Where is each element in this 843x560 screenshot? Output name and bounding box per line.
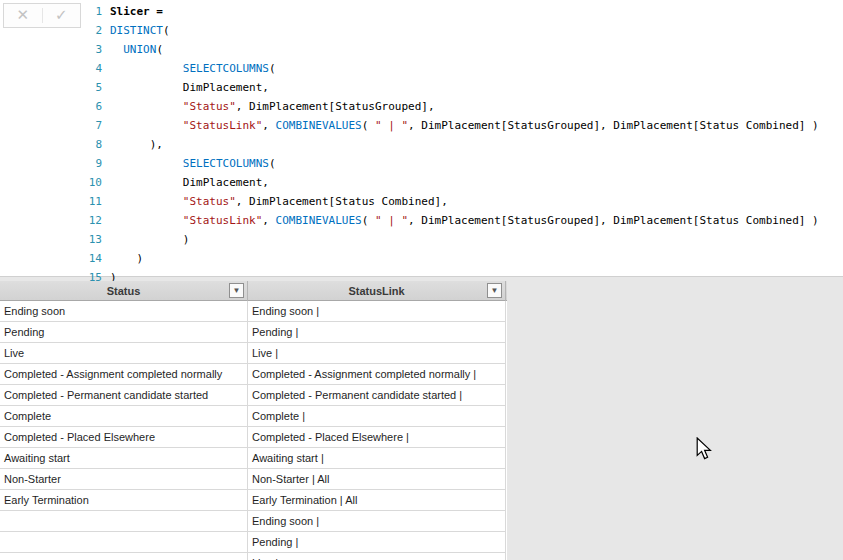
code-line[interactable]: 11 "Status", DimPlacement[Status Combine… — [56, 192, 843, 211]
mouse-cursor — [696, 437, 714, 463]
column-header-label: StatusLink — [348, 285, 404, 297]
statuslink-cell: Live | — [248, 553, 506, 560]
line-number: 7 — [56, 116, 102, 135]
line-content: SELECTCOLUMNS( — [110, 59, 843, 78]
code-segment: , DimPlacement[StatusGrouped], — [236, 100, 435, 113]
status-cell — [0, 553, 248, 560]
line-number: 9 — [56, 154, 102, 173]
table-row[interactable]: Non-Starter Non-Starter | All — [0, 469, 507, 490]
cancel-formula-button[interactable]: ✕ — [4, 4, 42, 27]
code-line[interactable]: 1 Slicer = — [56, 2, 843, 21]
status-cell: Awaiting start — [0, 448, 248, 469]
line-number: 2 — [56, 21, 102, 40]
statuslink-cell: Non-Starter | All — [248, 469, 506, 490]
status-cell: Early Termination — [0, 490, 248, 511]
code-segment: SELECTCOLUMNS — [183, 157, 269, 170]
code-line[interactable]: 3 UNION( — [56, 40, 843, 59]
filter-dropdown-icon: ▼ — [491, 286, 499, 295]
table-row[interactable]: Awaiting start Awaiting start | — [0, 448, 507, 469]
status-cell: Complete — [0, 406, 248, 427]
code-line[interactable]: 10 DimPlacement, — [56, 173, 843, 192]
code-lines[interactable]: 1 Slicer = 2 DISTINCT( 3 UNION( 4 SELECT… — [56, 2, 843, 287]
statuslink-cell: Pending | — [248, 322, 506, 343]
code-segment: "StatusLink" — [183, 214, 262, 227]
code-segment: ( — [362, 119, 375, 132]
code-segment: COMBINEVALUES — [276, 214, 362, 227]
statuslink-cell: Ending soon | — [248, 511, 506, 532]
code-segment: " | " — [375, 214, 408, 227]
code-segment: COMBINEVALUES — [276, 119, 362, 132]
code-segment: " | " — [375, 119, 408, 132]
status-cell: Completed - Assignment completed normall… — [0, 364, 248, 385]
line-content: "StatusLink", COMBINEVALUES( " | ", DimP… — [110, 211, 843, 230]
code-segment: ( — [163, 24, 170, 37]
line-number: 13 — [56, 230, 102, 249]
code-segment — [110, 100, 183, 113]
code-segment: ( — [269, 157, 276, 170]
code-line[interactable]: 2 DISTINCT( — [56, 21, 843, 40]
statuslink-cell: Completed - Permanent candidate started … — [248, 385, 506, 406]
statuslink-cell: Completed - Placed Elsewhere | — [248, 427, 506, 448]
line-content: DimPlacement, — [110, 78, 843, 97]
code-segment: DISTINCT — [110, 24, 163, 37]
code-segment: , — [262, 214, 275, 227]
status-cell — [0, 511, 248, 532]
code-segment: ( — [269, 62, 276, 75]
line-content: ), — [110, 135, 843, 154]
line-content: "StatusLink", COMBINEVALUES( " | ", DimP… — [110, 116, 843, 135]
table-row[interactable]: Ending soon Ending soon | — [0, 301, 507, 322]
code-line[interactable]: 9 SELECTCOLUMNS( — [56, 154, 843, 173]
table-row[interactable]: Live Live | — [0, 343, 507, 364]
dax-formula-editor[interactable]: ✕ ✓ 1 Slicer = 2 DISTINCT( 3 UNION( 4 SE… — [0, 0, 843, 277]
line-number: 6 — [56, 97, 102, 116]
line-number: 5 — [56, 78, 102, 97]
status-cell: Completed - Permanent candidate started — [0, 385, 248, 406]
code-segment: ) — [110, 233, 189, 246]
status-cell — [0, 532, 248, 553]
table-row[interactable]: Completed - Permanent candidate started … — [0, 385, 507, 406]
table-row[interactable]: Pending Pending | — [0, 322, 507, 343]
table-row[interactable]: Pending | — [0, 532, 507, 553]
code-segment — [110, 62, 183, 75]
status-cell: Non-Starter — [0, 469, 248, 490]
line-number: 10 — [56, 173, 102, 192]
code-line[interactable]: 7 "StatusLink", COMBINEVALUES( " | ", Di… — [56, 116, 843, 135]
code-line[interactable]: 14 ) — [56, 249, 843, 268]
table-row[interactable]: Complete Complete | — [0, 406, 507, 427]
line-content: "Status", DimPlacement[StatusGrouped], — [110, 97, 843, 116]
code-line[interactable]: 5 DimPlacement, — [56, 78, 843, 97]
code-segment — [110, 195, 183, 208]
code-segment — [110, 214, 183, 227]
column-header-label: Status — [107, 285, 141, 297]
table-header-row: Status ▼ StatusLink ▼ — [0, 281, 507, 301]
cancel-icon: ✕ — [16, 6, 29, 24]
code-segment — [110, 43, 123, 56]
filter-dropdown-button[interactable]: ▼ — [487, 283, 502, 298]
code-line[interactable]: 12 "StatusLink", COMBINEVALUES( " | ", D… — [56, 211, 843, 230]
code-line[interactable]: 13 ) — [56, 230, 843, 249]
table-row[interactable]: Ending soon | — [0, 511, 507, 532]
table-row[interactable]: Completed - Placed Elsewhere Completed -… — [0, 427, 507, 448]
filter-dropdown-icon: ▼ — [233, 286, 241, 295]
code-line[interactable]: 8 ), — [56, 135, 843, 154]
line-content: Slicer = — [110, 2, 843, 21]
code-segment: UNION — [123, 43, 156, 56]
line-content: SELECTCOLUMNS( — [110, 154, 843, 173]
line-number: 12 — [56, 211, 102, 230]
column-header[interactable]: StatusLink ▼ — [248, 281, 506, 301]
statuslink-cell: Complete | — [248, 406, 506, 427]
table-row[interactable]: Completed - Assignment completed normall… — [0, 364, 507, 385]
code-line[interactable]: 6 "Status", DimPlacement[StatusGrouped], — [56, 97, 843, 116]
code-segment: "Status" — [183, 100, 236, 113]
statuslink-cell: Completed - Assignment completed normall… — [248, 364, 506, 385]
table-row[interactable]: Early Termination Early Termination | Al… — [0, 490, 507, 511]
line-number: 8 — [56, 135, 102, 154]
statuslink-cell: Pending | — [248, 532, 506, 553]
column-header[interactable]: Status ▼ — [0, 281, 248, 301]
filter-dropdown-button[interactable]: ▼ — [229, 283, 244, 298]
code-segment: DimPlacement, — [110, 81, 269, 94]
line-number: 14 — [56, 249, 102, 268]
status-cell: Completed - Placed Elsewhere — [0, 427, 248, 448]
code-line[interactable]: 4 SELECTCOLUMNS( — [56, 59, 843, 78]
table-row[interactable]: Live | — [0, 553, 507, 560]
